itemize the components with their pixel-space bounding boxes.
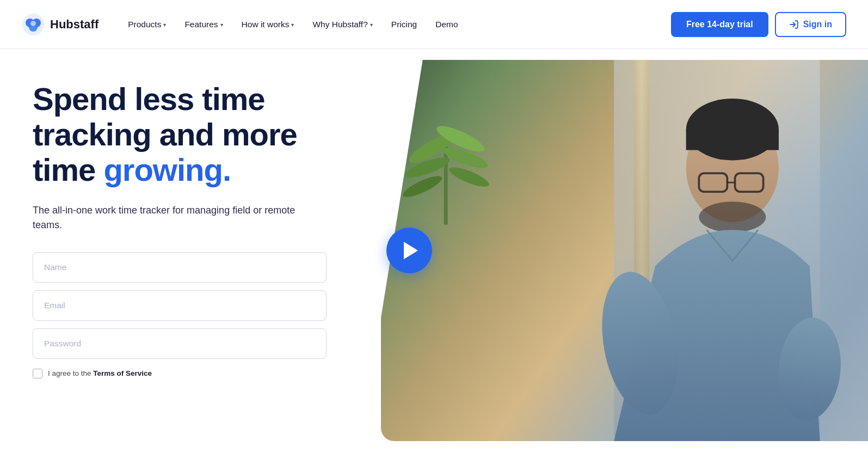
hubstaff-logo-icon [22, 13, 45, 36]
chevron-down-icon: ▾ [163, 22, 166, 28]
svg-point-4 [30, 21, 36, 26]
play-button[interactable] [386, 228, 432, 273]
nav-actions: Free 14-day trial Sign in [671, 12, 846, 37]
nav-item-why-hubstaff[interactable]: Why Hubstaff? ▾ [305, 15, 380, 34]
name-input[interactable] [33, 252, 327, 283]
hero-media [359, 49, 868, 452]
hero-heading-line3-prefix: time [33, 152, 103, 187]
chevron-down-icon: ▾ [370, 22, 373, 28]
brand-name: Hubstaff [50, 17, 99, 32]
person-silhouette [566, 60, 868, 441]
plant-decoration [397, 82, 495, 234]
tos-link[interactable]: Terms of Service [93, 369, 152, 377]
nav-demo-label: Demo [435, 20, 458, 29]
email-input[interactable] [33, 290, 327, 321]
hero-section: Spend less time tracking and more time g… [0, 49, 868, 452]
sign-in-button[interactable]: Sign in [775, 12, 846, 37]
tos-label: I agree to the Terms of Service [48, 369, 152, 377]
tos-text: I agree to the [48, 369, 93, 377]
chevron-down-icon: ▾ [220, 22, 223, 28]
hero-heading: Spend less time tracking and more time g… [33, 82, 327, 188]
nav-products-label: Products [128, 20, 161, 29]
navigation: Hubstaff Products ▾ Features ▾ How it wo… [0, 0, 868, 49]
hero-subtext: The all-in-one work time tracker for man… [33, 203, 316, 233]
tos-row: I agree to the Terms of Service [33, 369, 327, 378]
nav-item-pricing[interactable]: Pricing [384, 15, 424, 34]
nav-item-how-it-works[interactable]: How it works ▾ [234, 15, 302, 34]
nav-why-label: Why Hubstaff? [312, 20, 367, 29]
video-frame [381, 60, 868, 441]
hero-heading-line1: Spend less time [33, 81, 265, 117]
nav-item-products[interactable]: Products ▾ [120, 15, 174, 34]
nav-pricing-label: Pricing [391, 20, 417, 29]
svg-rect-16 [686, 130, 779, 150]
hero-content: Spend less time tracking and more time g… [0, 49, 359, 452]
nav-item-demo[interactable]: Demo [428, 15, 465, 34]
nav-item-features[interactable]: Features ▾ [177, 15, 230, 34]
svg-point-20 [699, 201, 766, 233]
hero-heading-highlight: growing. [103, 152, 231, 187]
free-trial-button[interactable]: Free 14-day trial [671, 12, 768, 37]
logo-link[interactable]: Hubstaff [22, 13, 99, 36]
tos-checkbox[interactable] [33, 369, 42, 378]
nav-howitworks-label: How it works [242, 20, 290, 29]
signin-icon [789, 20, 799, 29]
chevron-down-icon: ▾ [291, 22, 294, 28]
password-input[interactable] [33, 328, 327, 359]
nav-features-label: Features [184, 20, 218, 29]
nav-links: Products ▾ Features ▾ How it works ▾ Why… [120, 15, 465, 34]
signup-form: I agree to the Terms of Service [33, 252, 327, 378]
signin-label: Sign in [803, 20, 832, 29]
hero-heading-line2: tracking and more [33, 117, 297, 152]
